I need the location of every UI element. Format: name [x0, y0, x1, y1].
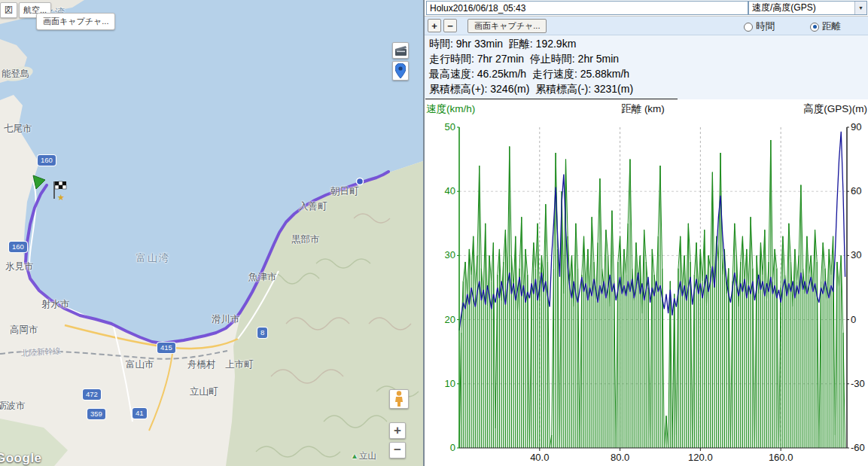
left-tick-label: 10	[445, 378, 455, 389]
placemark-button[interactable]	[392, 61, 409, 81]
radio-time[interactable]: 時間	[744, 20, 775, 33]
clapperboard-icon	[395, 46, 407, 56]
capture-button[interactable]: 画面キャプチャ...	[468, 19, 547, 33]
radio-time-label[interactable]: 時間	[756, 20, 775, 33]
track-panel: 速度/高度(GPS) ▼ + − 画面キャプチャ... 時間 距離 時間: 9h…	[425, 0, 868, 466]
radio-distance-circle[interactable]	[810, 23, 819, 32]
pegman-streetview-control[interactable]	[389, 389, 409, 409]
map-panel[interactable]: ★ 七尾北湾能登島七尾市氷見市射水市高岡市砺波市富山市富山湾滑川市魚津市黒部市入…	[0, 0, 423, 466]
media-clapperboard-button[interactable]	[392, 42, 409, 59]
radio-distance-label[interactable]: 距離	[822, 20, 841, 33]
stat-max-avg-speed: 最高速度: 46.25km/h 走行速度: 25.88km/h	[429, 68, 629, 81]
map-zoom-out-button[interactable]: −	[389, 442, 406, 458]
stat-time-distance: 時間: 9hr 33min 距離: 192.9km	[429, 38, 576, 51]
maptype-map-button[interactable]: 図	[0, 2, 17, 18]
stat-elevation-gain-loss: 累積標高(+): 3246(m) 累積標高(-): 3231(m)	[429, 83, 633, 96]
x-tick-label: 160.0	[769, 452, 793, 463]
graph-zoom-out-button[interactable]: −	[443, 19, 457, 32]
right-tick-label: -30	[851, 378, 865, 389]
x-tick-label: 80.0	[611, 452, 629, 463]
track-topbar: 速度/高度(GPS) ▼	[425, 0, 868, 17]
radio-time-circle[interactable]	[744, 23, 753, 32]
gps-logger-app: ★ 七尾北湾能登島七尾市氷見市射水市高岡市砺波市富山市富山湾滑川市魚津市黒部市入…	[0, 0, 868, 466]
graph-zoom-in-button[interactable]: +	[428, 19, 441, 32]
map-capture-button[interactable]: 画面キャプチャ...	[36, 13, 115, 30]
x-tick-label: 120.0	[688, 452, 713, 463]
speed-altitude-chart: 速度(km/h) 距離 (km) 高度(GPS)(m) 01020304050-…	[425, 99, 868, 466]
pegman-icon	[394, 391, 404, 407]
x-tick-label: 40.0	[530, 452, 549, 463]
svg-text:★: ★	[57, 193, 65, 202]
left-tick-label: 0	[450, 442, 455, 453]
chevron-down-icon: ▼	[854, 2, 866, 14]
map-zoom-in-button[interactable]: +	[389, 422, 406, 439]
right-tick-label: -60	[851, 442, 865, 453]
map-pin-icon	[395, 63, 406, 78]
trip-statistics: 時間: 9hr 33min 距離: 192.9km 走行時間: 7hr 27mi…	[425, 35, 868, 99]
map-canvas: ★	[0, 0, 423, 466]
stat-moving-stopped: 走行時間: 7hr 27min 停止時間: 2hr 5min	[429, 53, 619, 66]
right-tick-label: 60	[851, 185, 861, 196]
graph-mode-value: 速度/高度(GPS)	[749, 2, 854, 14]
chart-plot[interactable]: 01020304050-60-30030609040.080.0120.0160…	[425, 99, 868, 466]
right-tick-label: 0	[851, 314, 856, 325]
track-name-input[interactable]	[426, 1, 748, 15]
graph-toolbar: + − 画面キャプチャ... 時間 距離	[425, 17, 868, 35]
right-tick-label: 90	[851, 121, 861, 132]
left-tick-label: 30	[445, 249, 455, 260]
left-tick-label: 20	[445, 314, 455, 325]
end-marker	[357, 178, 364, 185]
right-tick-label: 30	[851, 249, 861, 260]
left-tick-label: 50	[445, 121, 455, 132]
map-provider-logo: Google	[0, 451, 42, 466]
graph-mode-select[interactable]: 速度/高度(GPS) ▼	[748, 1, 867, 15]
left-tick-label: 40	[445, 185, 455, 196]
radio-distance[interactable]: 距離	[810, 20, 841, 33]
